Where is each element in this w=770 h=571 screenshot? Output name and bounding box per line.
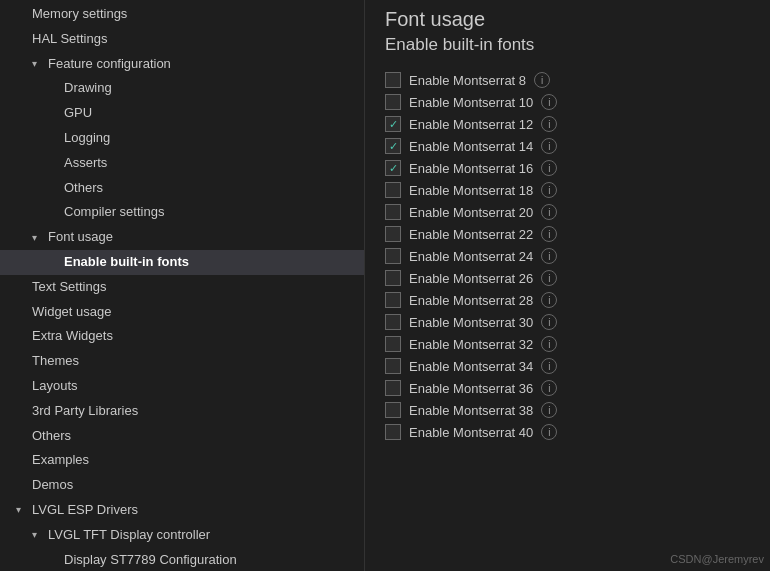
sidebar-label: Asserts bbox=[64, 153, 107, 174]
sidebar-item-examples[interactable]: Examples bbox=[0, 448, 364, 473]
info-icon-12[interactable]: i bbox=[541, 116, 557, 132]
font-checkbox-12[interactable] bbox=[385, 116, 401, 132]
font-row-24: Enable Montserrat 24i bbox=[385, 245, 750, 267]
font-label-38: Enable Montserrat 38 bbox=[409, 403, 533, 418]
font-checkbox-16[interactable] bbox=[385, 160, 401, 176]
sidebar-label: LVGL ESP Drivers bbox=[32, 500, 138, 521]
sidebar-item-enable-builtin-fonts[interactable]: Enable built-in fonts bbox=[0, 250, 364, 275]
font-checkbox-26[interactable] bbox=[385, 270, 401, 286]
sidebar-label: Layouts bbox=[32, 376, 78, 397]
font-row-32: Enable Montserrat 32i bbox=[385, 333, 750, 355]
content-title: Font usage bbox=[385, 8, 750, 31]
info-icon-8[interactable]: i bbox=[534, 72, 550, 88]
font-checkbox-22[interactable] bbox=[385, 226, 401, 242]
font-row-40: Enable Montserrat 40i bbox=[385, 421, 750, 443]
sidebar-item-logging[interactable]: Logging bbox=[0, 126, 364, 151]
font-row-30: Enable Montserrat 30i bbox=[385, 311, 750, 333]
chevron-icon: ▾ bbox=[32, 56, 46, 72]
font-checkbox-20[interactable] bbox=[385, 204, 401, 220]
font-checkbox-40[interactable] bbox=[385, 424, 401, 440]
sidebar-item-widget-usage[interactable]: Widget usage bbox=[0, 300, 364, 325]
sidebar-item-compiler-settings[interactable]: Compiler settings bbox=[0, 200, 364, 225]
font-row-36: Enable Montserrat 36i bbox=[385, 377, 750, 399]
sidebar-label: Feature configuration bbox=[48, 54, 171, 75]
font-row-14: Enable Montserrat 14i bbox=[385, 135, 750, 157]
sidebar[interactable]: Memory settingsHAL Settings▾Feature conf… bbox=[0, 0, 365, 571]
font-checkbox-30[interactable] bbox=[385, 314, 401, 330]
sidebar-item-others[interactable]: Others bbox=[0, 424, 364, 449]
info-icon-32[interactable]: i bbox=[541, 336, 557, 352]
font-row-18: Enable Montserrat 18i bbox=[385, 179, 750, 201]
sidebar-item-others-fc[interactable]: Others bbox=[0, 176, 364, 201]
font-row-22: Enable Montserrat 22i bbox=[385, 223, 750, 245]
info-icon-38[interactable]: i bbox=[541, 402, 557, 418]
info-icon-20[interactable]: i bbox=[541, 204, 557, 220]
font-checkbox-18[interactable] bbox=[385, 182, 401, 198]
info-icon-22[interactable]: i bbox=[541, 226, 557, 242]
sidebar-label: GPU bbox=[64, 103, 92, 124]
font-row-38: Enable Montserrat 38i bbox=[385, 399, 750, 421]
sidebar-item-font-usage[interactable]: ▾Font usage bbox=[0, 225, 364, 250]
sidebar-label: Widget usage bbox=[32, 302, 112, 323]
info-icon-10[interactable]: i bbox=[541, 94, 557, 110]
font-label-12: Enable Montserrat 12 bbox=[409, 117, 533, 132]
info-icon-14[interactable]: i bbox=[541, 138, 557, 154]
font-checkbox-28[interactable] bbox=[385, 292, 401, 308]
info-icon-28[interactable]: i bbox=[541, 292, 557, 308]
chevron-icon: ▾ bbox=[16, 502, 30, 518]
chevron-icon: ▾ bbox=[32, 527, 46, 543]
sidebar-label: Enable built-in fonts bbox=[64, 252, 189, 273]
font-label-28: Enable Montserrat 28 bbox=[409, 293, 533, 308]
info-icon-16[interactable]: i bbox=[541, 160, 557, 176]
info-icon-18[interactable]: i bbox=[541, 182, 557, 198]
font-label-24: Enable Montserrat 24 bbox=[409, 249, 533, 264]
font-row-16: Enable Montserrat 16i bbox=[385, 157, 750, 179]
sidebar-item-memory-settings[interactable]: Memory settings bbox=[0, 2, 364, 27]
sidebar-label: Logging bbox=[64, 128, 110, 149]
sidebar-item-feature-configuration[interactable]: ▾Feature configuration bbox=[0, 52, 364, 77]
font-checkbox-8[interactable] bbox=[385, 72, 401, 88]
font-row-12: Enable Montserrat 12i bbox=[385, 113, 750, 135]
sidebar-item-drawing[interactable]: Drawing bbox=[0, 76, 364, 101]
info-icon-40[interactable]: i bbox=[541, 424, 557, 440]
font-checkbox-10[interactable] bbox=[385, 94, 401, 110]
sidebar-item-display-st7789[interactable]: Display ST7789 Configuration bbox=[0, 548, 364, 571]
sidebar-item-lvgl-esp-drivers[interactable]: ▾LVGL ESP Drivers bbox=[0, 498, 364, 523]
font-label-26: Enable Montserrat 26 bbox=[409, 271, 533, 286]
sidebar-item-asserts[interactable]: Asserts bbox=[0, 151, 364, 176]
info-icon-26[interactable]: i bbox=[541, 270, 557, 286]
font-checkbox-32[interactable] bbox=[385, 336, 401, 352]
font-checkbox-14[interactable] bbox=[385, 138, 401, 154]
sidebar-item-layouts[interactable]: Layouts bbox=[0, 374, 364, 399]
font-label-10: Enable Montserrat 10 bbox=[409, 95, 533, 110]
font-label-34: Enable Montserrat 34 bbox=[409, 359, 533, 374]
font-checkbox-36[interactable] bbox=[385, 380, 401, 396]
font-label-22: Enable Montserrat 22 bbox=[409, 227, 533, 242]
sidebar-item-3rd-party-libraries[interactable]: 3rd Party Libraries bbox=[0, 399, 364, 424]
sidebar-label: HAL Settings bbox=[32, 29, 107, 50]
content-area: Font usage Enable built-in fonts Enable … bbox=[365, 0, 770, 571]
sidebar-label: 3rd Party Libraries bbox=[32, 401, 138, 422]
sidebar-item-lvgl-tft-display[interactable]: ▾LVGL TFT Display controller bbox=[0, 523, 364, 548]
font-row-20: Enable Montserrat 20i bbox=[385, 201, 750, 223]
info-icon-30[interactable]: i bbox=[541, 314, 557, 330]
info-icon-24[interactable]: i bbox=[541, 248, 557, 264]
content-subtitle: Enable built-in fonts bbox=[385, 35, 750, 55]
font-checkbox-24[interactable] bbox=[385, 248, 401, 264]
font-checkbox-34[interactable] bbox=[385, 358, 401, 374]
sidebar-item-extra-widgets[interactable]: Extra Widgets bbox=[0, 324, 364, 349]
font-checkbox-38[interactable] bbox=[385, 402, 401, 418]
info-icon-36[interactable]: i bbox=[541, 380, 557, 396]
info-icon-34[interactable]: i bbox=[541, 358, 557, 374]
sidebar-label: Memory settings bbox=[32, 4, 127, 25]
sidebar-item-gpu[interactable]: GPU bbox=[0, 101, 364, 126]
font-row-8: Enable Montserrat 8i bbox=[385, 69, 750, 91]
font-row-28: Enable Montserrat 28i bbox=[385, 289, 750, 311]
font-label-18: Enable Montserrat 18 bbox=[409, 183, 533, 198]
sidebar-item-themes[interactable]: Themes bbox=[0, 349, 364, 374]
sidebar-label: Drawing bbox=[64, 78, 112, 99]
sidebar-label: Demos bbox=[32, 475, 73, 496]
sidebar-item-text-settings[interactable]: Text Settings bbox=[0, 275, 364, 300]
sidebar-item-demos[interactable]: Demos bbox=[0, 473, 364, 498]
sidebar-item-hal-settings[interactable]: HAL Settings bbox=[0, 27, 364, 52]
